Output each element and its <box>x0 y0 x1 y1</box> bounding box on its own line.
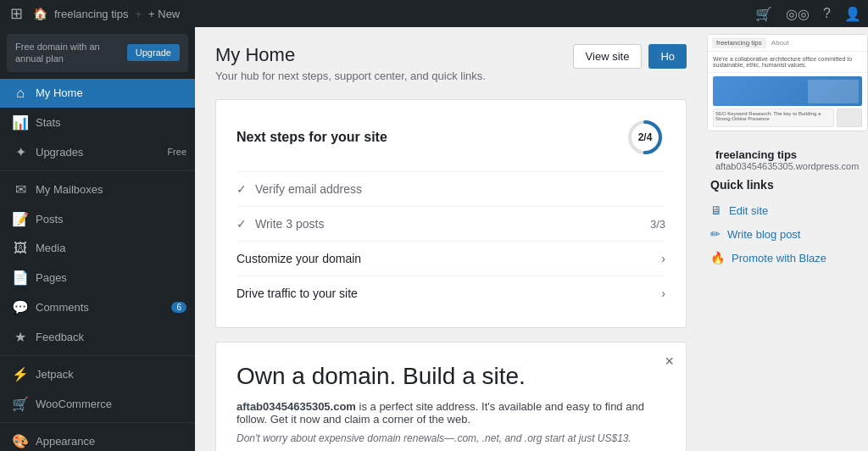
quick-link-label: Promote with Blaze <box>732 252 826 264</box>
layout: Free domain with an annual plan Upgrade … <box>0 27 868 451</box>
page-subtitle: Your hub for next steps, support center,… <box>215 70 486 82</box>
step-left: Drive traffic to your site <box>236 287 358 300</box>
quick-link-promote-blaze[interactable]: 🔥 Promote with Blaze <box>709 246 866 270</box>
site-preview-hero-img <box>713 76 862 106</box>
sidebar-item-label: Stats <box>36 116 186 129</box>
step-count: 3/3 <box>650 218 665 231</box>
sidebar-item-label: My Mailboxes <box>36 183 186 196</box>
preview-card-1: SEO Keyword Research: The key to Buildin… <box>713 109 834 127</box>
step-left: Customize your domain <box>236 252 361 265</box>
step-text: Drive traffic to your site <box>236 287 358 300</box>
upgrade-banner: Free domain with an annual plan Upgrade <box>7 34 188 72</box>
quick-link-edit-site[interactable]: 🖥 Edit site <box>709 198 866 222</box>
posts-icon: 📝 <box>12 211 29 227</box>
edit-icon: ✏ <box>710 227 721 241</box>
sidebar-item-label: Comments <box>36 301 164 314</box>
upgrade-text: Free domain with an annual plan <box>15 41 127 65</box>
sidebar-item-woocommerce[interactable]: 🛒 WooCommerce <box>0 389 195 419</box>
upgrade-button[interactable]: Upgrade <box>127 44 180 61</box>
next-steps-header: Next steps for your site 2/4 <box>236 117 665 158</box>
reader-icon[interactable]: ◎◎ <box>786 6 810 22</box>
avatar-icon[interactable]: 👤 <box>844 6 861 22</box>
sidebar-item-upgrades[interactable]: ✦ Upgrades Free <box>0 137 195 167</box>
step-left: ✓ Verify email address <box>236 182 362 196</box>
site-name: freelancing tips <box>715 148 860 161</box>
comments-badge: 6 <box>171 302 186 313</box>
page-header: My Home Your hub for next steps, support… <box>215 44 687 82</box>
check-icon: ✓ <box>236 182 247 196</box>
sidebar-item-comments[interactable]: 💬 Comments 6 <box>0 292 195 322</box>
site-name-link[interactable]: freelancing tips <box>54 8 128 20</box>
step-write-posts: ✓ Write 3 posts 3/3 <box>236 206 665 241</box>
close-button[interactable]: × <box>665 353 674 370</box>
step-customize-domain[interactable]: Customize your domain › <box>236 241 665 276</box>
upgrades-icon: ✦ <box>12 144 29 160</box>
next-steps-title: Next steps for your site <box>236 130 387 145</box>
appearance-icon: 🎨 <box>12 433 29 449</box>
sidebar-item-label: Pages <box>36 271 186 284</box>
jetpack-icon: ⚡ <box>12 366 29 382</box>
sidebar-item-appearance[interactable]: 🎨 Appearance <box>0 426 195 451</box>
sidebar-item-label: Jetpack <box>36 368 186 381</box>
sidebar-item-label: Posts <box>36 213 186 226</box>
sidebar-item-posts[interactable]: 📝 Posts <box>0 204 195 234</box>
sidebar-item-jetpack[interactable]: ⚡ Jetpack <box>0 359 195 389</box>
sidebar-item-label: Feedback <box>36 331 186 343</box>
quick-link-label: Edit site <box>729 204 768 217</box>
sidebar-item-label: Media <box>36 242 186 254</box>
quick-link-write-blog[interactable]: ✏ Write blog post <box>709 222 866 246</box>
new-button[interactable]: + New <box>148 8 180 20</box>
free-badge: Free <box>167 147 186 157</box>
domain-banner-note: Don't worry about expensive domain renew… <box>236 432 665 444</box>
sidebar-item-media[interactable]: 🖼 Media <box>0 234 195 263</box>
pages-icon: 📄 <box>12 270 29 286</box>
step-left: ✓ Write 3 posts <box>236 217 324 231</box>
domain-name: aftab03454635305.com <box>236 400 356 413</box>
wp-logo-icon[interactable]: ⊞ <box>7 4 26 23</box>
sidebar-divider <box>0 170 195 171</box>
step-verify-email: ✓ Verify email address <box>236 171 665 206</box>
sidebar-item-pages[interactable]: 📄 Pages <box>0 263 195 292</box>
sidebar-nav: ⌂ My Home 📊 Stats ✦ Upgrades Free ✉ My M… <box>0 79 195 451</box>
site-preview-cards: SEO Keyword Research: The key to Buildin… <box>713 109 862 127</box>
check-icon: ✓ <box>236 217 247 231</box>
preview-tab2: About <box>771 39 789 47</box>
stats-icon: 📊 <box>12 114 29 131</box>
cart-icon[interactable]: 🛒 <box>755 6 772 22</box>
home-icon: ⌂ <box>12 86 29 101</box>
topbar: ⊞ 🏠 freelancing tips + + New 🛒 ◎◎ ? 👤 <box>0 0 868 27</box>
step-text: Write 3 posts <box>255 217 324 231</box>
page-title: My Home <box>215 44 486 66</box>
step-text: Customize your domain <box>236 252 361 265</box>
step-drive-traffic[interactable]: Drive traffic to your site › <box>236 276 665 310</box>
help-icon[interactable]: ? <box>823 6 831 21</box>
quick-links-title: Quick links <box>709 178 866 192</box>
sidebar-item-my-home[interactable]: ⌂ My Home <box>0 79 195 108</box>
ho-button[interactable]: Ho <box>648 44 687 69</box>
sidebar-item-mailboxes[interactable]: ✉ My Mailboxes <box>0 175 195 204</box>
sidebar-item-stats[interactable]: 📊 Stats <box>0 108 195 137</box>
feedback-icon: ★ <box>12 329 29 345</box>
media-icon: 🖼 <box>12 241 29 256</box>
topbar-right: 🛒 ◎◎ ? 👤 <box>755 6 861 22</box>
preview-tab1: freelancing tips <box>712 37 766 48</box>
main-content: My Home Your hub for next steps, support… <box>195 27 707 451</box>
separator: + <box>135 8 142 20</box>
site-icon: 🏠 <box>33 7 47 20</box>
sidebar-item-feedback[interactable]: ★ Feedback <box>0 322 195 352</box>
site-url: aftab03454635305.wordpress.com <box>715 161 860 171</box>
sidebar-item-label: WooCommerce <box>36 398 186 410</box>
chevron-right-icon: › <box>661 252 665 265</box>
sidebar: Free domain with an annual plan Upgrade … <box>0 27 195 451</box>
preview-card-2 <box>837 109 862 127</box>
fire-icon: 🔥 <box>710 251 725 264</box>
next-steps-card: Next steps for your site 2/4 ✓ Verify em… <box>215 99 687 328</box>
progress-label: 2/4 <box>638 131 653 143</box>
quick-links: Quick links 🖥 Edit site ✏ Write blog pos… <box>707 178 868 270</box>
sidebar-divider-3 <box>0 422 195 423</box>
progress-circle: 2/4 <box>625 117 665 158</box>
sidebar-divider-2 <box>0 355 195 356</box>
page-header-text: My Home Your hub for next steps, support… <box>215 44 486 82</box>
view-site-button[interactable]: View site <box>573 44 643 69</box>
chevron-right-icon: › <box>661 287 665 300</box>
